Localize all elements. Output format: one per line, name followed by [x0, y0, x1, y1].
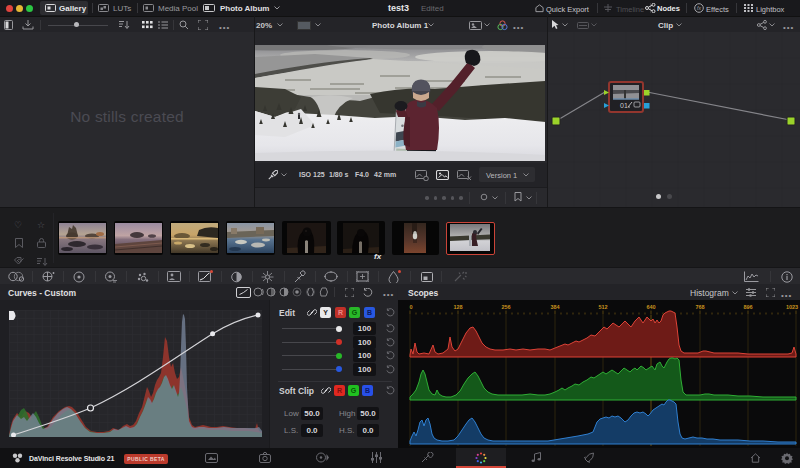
svg-text:512: 512 — [598, 304, 607, 310]
svg-text:384: 384 — [550, 304, 560, 310]
svg-text:1023: 1023 — [786, 304, 798, 310]
svg-text:fx: fx — [697, 5, 701, 11]
svg-text:768: 768 — [695, 304, 704, 310]
svg-text:256: 256 — [501, 304, 510, 310]
svg-text:640: 640 — [646, 304, 655, 310]
svg-text:896: 896 — [743, 304, 752, 310]
svg-text:128: 128 — [453, 304, 462, 310]
svg-text:0: 0 — [409, 304, 412, 310]
svg-text:01: 01 — [620, 102, 628, 109]
